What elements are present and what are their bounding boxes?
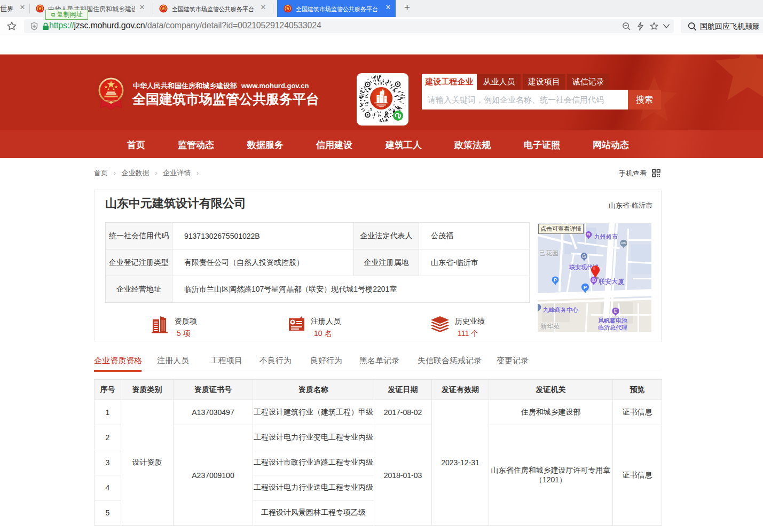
- svg-text:P: P: [584, 284, 587, 290]
- svg-text:P: P: [554, 277, 557, 283]
- svg-text:ATM: ATM: [621, 242, 626, 245]
